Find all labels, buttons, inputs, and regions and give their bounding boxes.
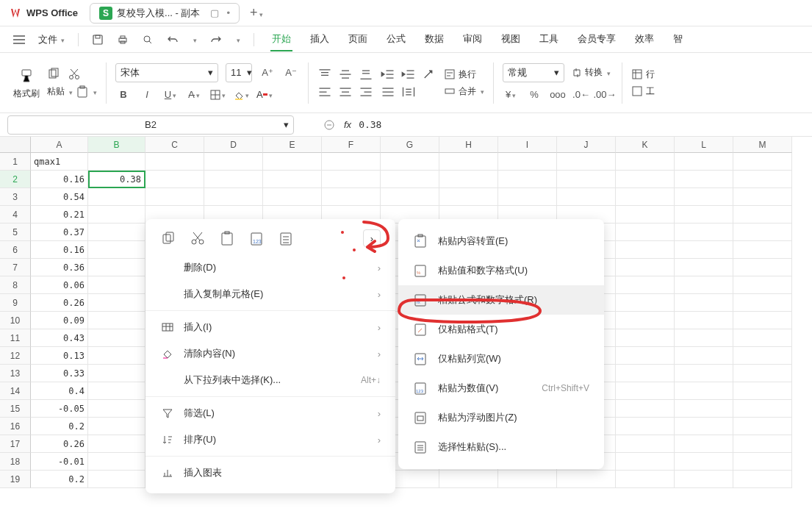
- row-header[interactable]: 11: [0, 329, 31, 347]
- cell[interactable]: [675, 382, 733, 400]
- cell[interactable]: [675, 276, 733, 294]
- cell[interactable]: [733, 259, 792, 276]
- cell[interactable]: [263, 171, 322, 188]
- cell[interactable]: [733, 224, 792, 241]
- cell[interactable]: [616, 312, 675, 329]
- ctx-clear[interactable]: 清除内容(N) ›: [145, 340, 395, 367]
- ctx-insert-chart[interactable]: 插入图表: [145, 460, 395, 486]
- row-header[interactable]: 4: [0, 206, 31, 224]
- cell[interactable]: [616, 153, 675, 171]
- redo-icon[interactable]: [210, 34, 222, 46]
- print-icon[interactable]: [117, 34, 129, 46]
- cell[interactable]: [733, 418, 792, 435]
- cell[interactable]: [381, 171, 439, 188]
- cell[interactable]: [88, 471, 145, 488]
- cell[interactable]: 0.43: [31, 329, 88, 347]
- sub-paste-as-picture[interactable]: 粘贴为浮动图片(Z): [398, 403, 604, 432]
- convert-button[interactable]: 转换: [572, 66, 611, 79]
- cell[interactable]: [675, 206, 733, 224]
- cell[interactable]: [381, 153, 439, 171]
- cell[interactable]: 0.06: [31, 276, 88, 294]
- tab-window-icon[interactable]: ▢: [210, 7, 219, 18]
- cell[interactable]: 0.36: [31, 259, 88, 276]
- wrap-text-button[interactable]: 换行: [444, 68, 484, 81]
- strikethrough-button[interactable]: A̶: [186, 87, 202, 103]
- cell[interactable]: 0.2: [31, 471, 88, 488]
- tab-member[interactable]: 会员专享: [576, 28, 617, 51]
- cell[interactable]: [675, 435, 733, 453]
- cell[interactable]: [439, 471, 498, 488]
- sub-paste-transpose[interactable]: 粘贴内容转置(E): [398, 226, 604, 256]
- cell[interactable]: [616, 294, 675, 312]
- redo-dropdown[interactable]: [235, 34, 240, 45]
- row-header[interactable]: 3: [0, 188, 31, 206]
- cell[interactable]: [675, 453, 733, 471]
- sub-paste-values-format[interactable]: % 粘贴值和数字格式(U): [398, 256, 604, 285]
- cell[interactable]: [616, 435, 675, 453]
- file-menu[interactable]: 文件: [38, 33, 65, 46]
- cell[interactable]: 0.26: [31, 294, 88, 312]
- row-header[interactable]: 2: [0, 171, 31, 188]
- copy-icon[interactable]: [47, 68, 60, 81]
- increase-indent-icon[interactable]: [401, 68, 416, 81]
- cut-icon[interactable]: [190, 230, 206, 246]
- cell[interactable]: 0.54: [31, 188, 88, 206]
- save-icon[interactable]: [92, 34, 104, 46]
- tab-start[interactable]: 开始: [270, 28, 292, 51]
- cell[interactable]: qmax1: [31, 153, 88, 171]
- cell[interactable]: 0.21: [31, 206, 88, 224]
- align-center-icon[interactable]: [338, 85, 353, 99]
- cell[interactable]: [733, 365, 792, 382]
- expand-paste-options-button[interactable]: ›: [363, 229, 381, 247]
- cell[interactable]: [675, 224, 733, 241]
- cell[interactable]: 0.26: [31, 435, 88, 453]
- name-box[interactable]: B2 ▾: [7, 115, 294, 135]
- fill-color-button[interactable]: [233, 87, 249, 103]
- row-header[interactable]: 9: [0, 294, 31, 312]
- copy-icon[interactable]: [160, 230, 176, 246]
- cell[interactable]: [675, 312, 733, 329]
- cell[interactable]: [733, 153, 792, 171]
- ctx-insert[interactable]: 插入(I) ›: [145, 314, 395, 340]
- cell[interactable]: -0.01: [31, 453, 88, 471]
- cell[interactable]: [616, 471, 675, 488]
- cell[interactable]: [733, 471, 792, 488]
- decrease-font-icon[interactable]: A⁻: [283, 65, 299, 81]
- undo-icon[interactable]: [167, 34, 179, 46]
- cell[interactable]: [616, 365, 675, 382]
- row-header[interactable]: 18: [0, 453, 31, 471]
- cell[interactable]: [88, 365, 145, 382]
- cell[interactable]: [616, 224, 675, 241]
- cell[interactable]: [557, 471, 616, 488]
- align-left-icon[interactable]: [317, 85, 332, 99]
- tab-data[interactable]: 数据: [423, 28, 445, 51]
- col-header-D[interactable]: D: [204, 137, 263, 153]
- formula-input[interactable]: 0.38: [359, 119, 805, 130]
- cancel-formula-icon[interactable]: [323, 119, 335, 131]
- cell[interactable]: [616, 241, 675, 259]
- cell[interactable]: [675, 400, 733, 418]
- cell[interactable]: [733, 453, 792, 471]
- cell[interactable]: [616, 206, 675, 224]
- col-header-G[interactable]: G: [381, 137, 439, 153]
- cell[interactable]: [88, 206, 145, 224]
- align-top-icon[interactable]: [317, 68, 332, 81]
- cell[interactable]: [88, 276, 145, 294]
- cell[interactable]: [204, 153, 263, 171]
- cell[interactable]: [439, 188, 498, 206]
- cell[interactable]: [557, 153, 616, 171]
- cell[interactable]: 0.33: [31, 365, 88, 382]
- cell[interactable]: [675, 347, 733, 365]
- decrease-indent-icon[interactable]: [381, 68, 395, 81]
- underline-button[interactable]: U: [162, 87, 179, 103]
- cell[interactable]: [733, 435, 792, 453]
- col-header-I[interactable]: I: [498, 137, 557, 153]
- font-name-select[interactable]: 宋体▾: [115, 63, 218, 82]
- cell[interactable]: [733, 276, 792, 294]
- cell[interactable]: [557, 188, 616, 206]
- ctx-dropdown-list[interactable]: 从下拉列表中选择(K)... Alt+↓: [145, 367, 395, 393]
- cell[interactable]: [381, 188, 439, 206]
- cell[interactable]: [733, 241, 792, 259]
- add-tab-button[interactable]: +: [250, 5, 263, 21]
- cell[interactable]: [675, 365, 733, 382]
